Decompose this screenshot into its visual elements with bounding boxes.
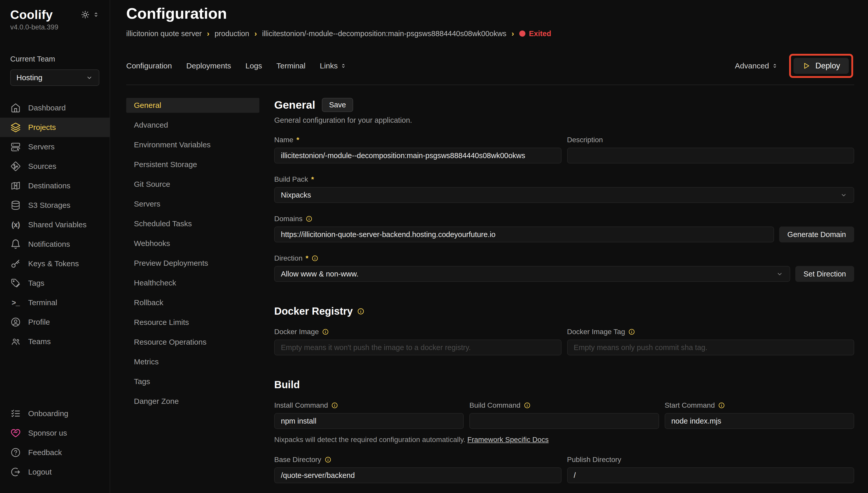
save-button[interactable]: Save xyxy=(322,98,353,112)
users-icon xyxy=(10,336,21,347)
build-pack-value: Nixpacks xyxy=(281,191,311,199)
subnav-item-resource-limits[interactable]: Resource Limits xyxy=(126,315,259,330)
start-command-input[interactable] xyxy=(665,413,854,429)
subnav-item-environment-variables[interactable]: Environment Variables xyxy=(126,137,259,152)
team-select[interactable]: Hosting xyxy=(10,69,99,86)
sidebar-item-notifications[interactable]: Notifications xyxy=(0,234,110,254)
sidebar-item-s3-storages[interactable]: S3 Storages xyxy=(0,195,110,215)
subnav-item-scheduled-tasks[interactable]: Scheduled Tasks xyxy=(126,216,259,231)
description-input[interactable] xyxy=(567,148,854,164)
info-icon xyxy=(324,456,332,463)
sidebar-item-sponsor-us[interactable]: Sponsor us xyxy=(0,423,110,443)
layers-icon xyxy=(10,122,21,133)
set-direction-button[interactable]: Set Direction xyxy=(795,266,854,282)
breadcrumb-application[interactable]: illicitestonion/-module--decomposition:m… xyxy=(262,29,506,38)
breadcrumb-project[interactable]: illicitonion quote server xyxy=(126,29,202,38)
sidebar-item-logout[interactable]: Logout xyxy=(0,462,110,482)
domains-input[interactable] xyxy=(274,227,774,242)
build-command-input[interactable] xyxy=(469,413,659,429)
generate-domain-button[interactable]: Generate Domain xyxy=(779,227,854,242)
tab-terminal[interactable]: Terminal xyxy=(276,62,305,70)
framework-docs-link[interactable]: Framework Specific Docs xyxy=(467,435,548,444)
sidebar-item-teams[interactable]: Teams xyxy=(0,332,110,351)
sidebar-item-projects[interactable]: Projects xyxy=(0,117,110,137)
sidebar-item-feedback[interactable]: Feedback xyxy=(0,443,110,462)
sidebar-item-dashboard[interactable]: Dashboard xyxy=(0,98,110,117)
info-icon xyxy=(718,402,725,409)
sidebar-item-keys-tokens[interactable]: Keys & Tokens xyxy=(0,254,110,273)
sidebar-item-label: Destinations xyxy=(28,181,70,190)
docker-image-label: Docker Image xyxy=(274,328,319,336)
database-icon xyxy=(10,200,21,211)
subnav-item-servers[interactable]: Servers xyxy=(126,196,259,211)
key-icon xyxy=(10,258,21,269)
heart-icon xyxy=(10,428,21,438)
subnav-item-healthcheck[interactable]: Healthcheck xyxy=(126,276,259,290)
subnav-item-git-source[interactable]: Git Source xyxy=(126,177,259,192)
tab-links[interactable]: Links xyxy=(320,62,346,70)
build-heading: Build xyxy=(274,379,854,390)
team-select-value: Hosting xyxy=(16,73,43,82)
theme-sun-icon[interactable] xyxy=(81,10,90,19)
sidebar-item-label: Projects xyxy=(28,123,56,132)
subnav-item-rollback[interactable]: Rollback xyxy=(126,295,259,310)
tab-logs[interactable]: Logs xyxy=(246,62,262,70)
direction-select[interactable]: Allow www & non-www. xyxy=(274,266,790,282)
subnav-item-tags[interactable]: Tags xyxy=(126,374,259,389)
build-command-label: Build Command xyxy=(469,401,520,409)
subnav-item-persistent-storage[interactable]: Persistent Storage xyxy=(126,157,259,172)
breadcrumb-environment[interactable]: production xyxy=(214,29,249,38)
subnav-item-preview-deployments[interactable]: Preview Deployments xyxy=(126,256,259,271)
chevron-right-icon: › xyxy=(511,29,514,38)
install-command-input[interactable] xyxy=(274,413,464,429)
checklist-icon xyxy=(10,408,21,419)
sidebar-item-servers[interactable]: Servers xyxy=(0,137,110,156)
deploy-button[interactable]: Deploy xyxy=(794,58,849,74)
chevron-down-icon xyxy=(840,191,847,199)
coolify-app: Coolify v4.0.0-beta.399 Current Team Hos… xyxy=(0,0,868,493)
sidebar-item-sources[interactable]: Sources xyxy=(0,156,110,176)
section-title: General xyxy=(274,99,315,111)
subnav-item-resource-operations[interactable]: Resource Operations xyxy=(126,335,259,349)
build-pack-select[interactable]: Nixpacks xyxy=(274,187,854,203)
sidebar-item-destinations[interactable]: Destinations xyxy=(0,176,110,195)
sidebar-item-label: Profile xyxy=(28,318,50,326)
subnav-item-danger-zone[interactable]: Danger Zone xyxy=(126,394,259,409)
name-label: Name xyxy=(274,136,293,144)
advanced-label: Advanced xyxy=(735,62,769,70)
chevron-right-icon: › xyxy=(254,29,257,38)
name-input[interactable] xyxy=(274,148,562,164)
tab-deployments[interactable]: Deployments xyxy=(186,62,231,70)
nixpacks-note-text: Nixpacks will detect the required config… xyxy=(274,435,465,444)
sidebar-item-tags[interactable]: Tags xyxy=(0,273,110,293)
subnav-item-metrics[interactable]: Metrics xyxy=(126,355,259,369)
advanced-menu[interactable]: Advanced xyxy=(735,62,778,70)
tab-configuration[interactable]: Configuration xyxy=(126,62,172,70)
bell-icon xyxy=(10,239,21,250)
map-icon xyxy=(10,180,21,191)
deploy-highlight-box: Deploy xyxy=(789,54,853,78)
status-badge: Exited xyxy=(519,29,551,38)
subnav-item-general[interactable]: General xyxy=(126,98,259,113)
page-title: Configuration xyxy=(126,4,854,23)
publish-directory-input[interactable] xyxy=(567,467,854,483)
subnav-item-webhooks[interactable]: Webhooks xyxy=(126,236,259,251)
docker-image-input[interactable] xyxy=(274,340,562,356)
sidebar-item-label: Dashboard xyxy=(28,104,66,112)
docker-image-tag-input[interactable] xyxy=(567,340,854,356)
nixpacks-note: Nixpacks will detect the required config… xyxy=(274,435,854,444)
theme-selector-icon[interactable] xyxy=(93,11,99,18)
general-settings-panel: General Save General configuration for y… xyxy=(274,98,854,493)
install-command-label: Install Command xyxy=(274,401,328,409)
subnav-item-advanced[interactable]: Advanced xyxy=(126,117,259,132)
sidebar-item-profile[interactable]: Profile xyxy=(0,312,110,332)
base-directory-input[interactable] xyxy=(274,467,562,483)
sidebar-item-terminal[interactable]: >_ Terminal xyxy=(0,293,110,312)
base-directory-label: Base Directory xyxy=(274,456,321,464)
sidebar-item-label: Logout xyxy=(28,468,52,476)
info-icon xyxy=(322,328,329,336)
sidebar-item-shared-variables[interactable]: (x) Shared Variables xyxy=(0,215,110,234)
chevron-down-icon xyxy=(86,74,93,82)
sidebar-item-onboarding[interactable]: Onboarding xyxy=(0,404,110,423)
sidebar-item-label: Sponsor us xyxy=(28,429,67,437)
